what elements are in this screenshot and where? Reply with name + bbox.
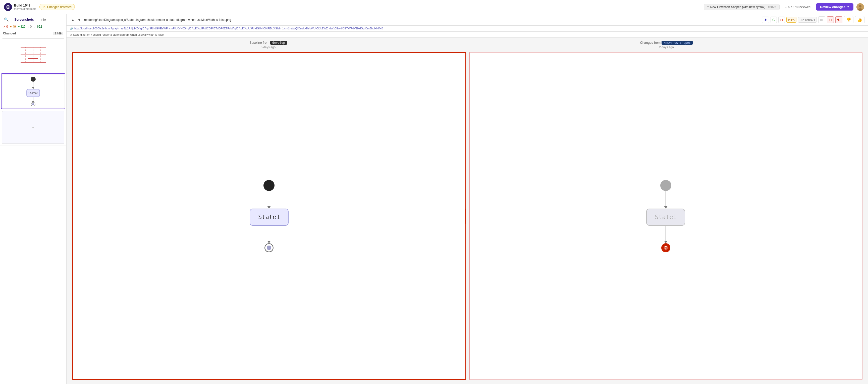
stat-total: ✓ 622	[34, 25, 42, 28]
state-box: State1	[250, 209, 288, 226]
unchanged-icon: ○	[27, 25, 29, 28]
pr-number: #5825	[768, 5, 776, 9]
start-node	[264, 180, 275, 191]
end-node	[265, 243, 274, 252]
pr-title: New Flowchart Shapes (with new syntax)	[710, 5, 765, 9]
section-label: Changed	[3, 32, 16, 35]
file-header: ▲ ▼ rendering/stateDiagram.spec.js/State…	[67, 14, 868, 26]
changed-diagram: State1	[641, 175, 690, 257]
prev-arrow-button[interactable]: ▲	[70, 17, 75, 22]
sidebar: 🔍 Screenshots Info ✕ 0 ● 49 + 329 ○	[0, 14, 67, 384]
baseline-time: 5 days ago	[71, 46, 465, 49]
build-repo: mermaid/mermaid	[14, 7, 36, 10]
svg-point-1	[7, 6, 9, 7]
grid-view-button[interactable]: ⊞	[818, 16, 825, 23]
review-changes-button[interactable]: Review changes ▼	[816, 3, 854, 10]
baseline-diagram: State1	[245, 175, 293, 257]
file-actions: 👁 G ⊙ ◎ 1% □ 1440x1024 ⊞ ⊟ 👁 👎 👍	[762, 16, 865, 23]
changes-detected-badge[interactable]: ⚠ Changes detected	[39, 4, 75, 10]
arrow-2	[267, 226, 271, 243]
svg-point-22	[32, 127, 34, 128]
sidebar-section-header: Changed 3 / 49	[0, 30, 66, 37]
svg-marker-15	[32, 87, 34, 89]
svg-point-21	[32, 103, 34, 105]
diff-icon: ◎	[788, 18, 790, 21]
added-icon: +	[18, 25, 20, 28]
thumbs-down-button[interactable]: 👎	[844, 16, 854, 23]
next-arrow-button[interactable]: ▼	[76, 17, 82, 22]
baseline-header: Baseline from develop 5 days ago	[71, 41, 465, 49]
eye-icon-button[interactable]: 👁	[762, 17, 769, 23]
url-link[interactable]: http://localhost:9000/e2e.html?graph=eyJ…	[74, 27, 385, 30]
file-path: rendering/stateDiagram.spec.js/State-dia…	[84, 18, 760, 22]
split-view-button[interactable]: ⊟	[827, 16, 834, 23]
app-logo[interactable]	[4, 3, 12, 11]
url-bar: 🔗 http://localhost:9000/e2e.html?graph=e…	[67, 26, 868, 32]
list-item[interactable]	[0, 37, 66, 73]
stat-added: + 329	[18, 25, 25, 28]
image-icon: □	[800, 18, 801, 21]
content-area: ▲ ▼ rendering/stateDiagram.spec.js/State…	[67, 14, 868, 384]
breadcrumb-icon: △	[70, 33, 72, 36]
build-info: Build 1548 mermaid/mermaid	[14, 3, 36, 10]
top-nav: Build 1548 mermaid/mermaid ⚠ Changes det…	[0, 0, 868, 14]
sidebar-stats: ✕ 0 ● 49 + 329 ○ 0 ✓ 622	[0, 23, 66, 30]
build-title: Build 1548	[14, 3, 36, 7]
tab-info[interactable]: Info	[37, 16, 49, 23]
changes-header: Changes from knsv/new-shapes 2 days ago	[470, 41, 863, 49]
removed-icon: ✕	[3, 25, 5, 28]
review-changes-label: Review changes	[820, 5, 845, 9]
baseline-label: Baseline from	[249, 41, 269, 45]
stat-changed: ● 49	[10, 25, 16, 28]
thumbs-up-button[interactable]: 👍	[855, 16, 865, 23]
warning-icon: ⚠	[43, 5, 46, 9]
pr-badge: ⑂ New Flowchart Shapes (with new syntax)…	[704, 4, 780, 10]
baseline-branch: develop	[270, 41, 287, 45]
svg-point-25	[665, 246, 666, 247]
search-button[interactable]: 🔍	[3, 16, 10, 23]
changes-badge-label: Changes detected	[47, 5, 71, 9]
end-node-changed	[661, 243, 670, 252]
comparison-header: Baseline from develop 5 days ago Changes…	[67, 38, 868, 52]
section-count: 3 / 49	[53, 32, 63, 35]
g-icon-button[interactable]: G	[771, 17, 777, 23]
sidebar-tabs: 🔍 Screenshots Info	[0, 14, 66, 23]
diff-percent-badge: ◎ 1%	[786, 17, 797, 23]
total-icon: ✓	[34, 25, 36, 28]
review-progress: ··· 0 / 378 reviewed	[783, 4, 813, 10]
changed-panel: State1	[469, 52, 863, 380]
changes-label: Changes from	[640, 41, 660, 45]
breadcrumb-text: State diagram › should render a state di…	[73, 33, 164, 36]
main-layout: 🔍 Screenshots Info ✕ 0 ● 49 + 329 ○	[0, 14, 868, 384]
nav-arrows: ▲ ▼	[70, 17, 82, 22]
svg-point-13	[31, 77, 36, 82]
list-item[interactable]	[0, 110, 66, 146]
side-by-side: State1	[67, 52, 868, 384]
changes-branch: knsv/new-shapes	[661, 41, 693, 45]
svg-point-3	[859, 5, 862, 7]
start-node-changed	[660, 180, 671, 191]
stat-removed: ✕ 0	[3, 25, 8, 28]
tab-screenshots[interactable]: Screenshots	[11, 16, 37, 23]
chevron-down-icon: ▼	[847, 5, 849, 8]
diff-indicator	[465, 209, 466, 224]
arrow-1	[267, 191, 271, 209]
dimensions-badge: □ 1440x1024	[798, 17, 817, 23]
avatar[interactable]	[857, 3, 864, 11]
logo-area: Build 1548 mermaid/mermaid	[4, 3, 36, 11]
pr-icon: ⑂	[707, 5, 709, 9]
overlay-view-button[interactable]: 👁	[835, 16, 842, 23]
state-box-changed: State1	[646, 209, 685, 226]
link-icon: 🔗	[70, 27, 73, 30]
chrome-icon-button[interactable]: ⊙	[778, 17, 785, 23]
stat-unchanged: ○ 0	[27, 25, 32, 28]
sidebar-items: State1	[0, 37, 66, 384]
svg-text:State1: State1	[28, 91, 38, 95]
changed-icon: ●	[10, 25, 12, 28]
arrow-2-changed	[664, 226, 668, 243]
baseline-panel: State1	[72, 52, 466, 380]
changes-time: 2 days ago	[470, 46, 863, 49]
breadcrumb: △ State diagram › should render a state …	[67, 32, 868, 38]
arrow-1-changed	[664, 191, 668, 209]
list-item[interactable]: State1	[1, 73, 65, 109]
